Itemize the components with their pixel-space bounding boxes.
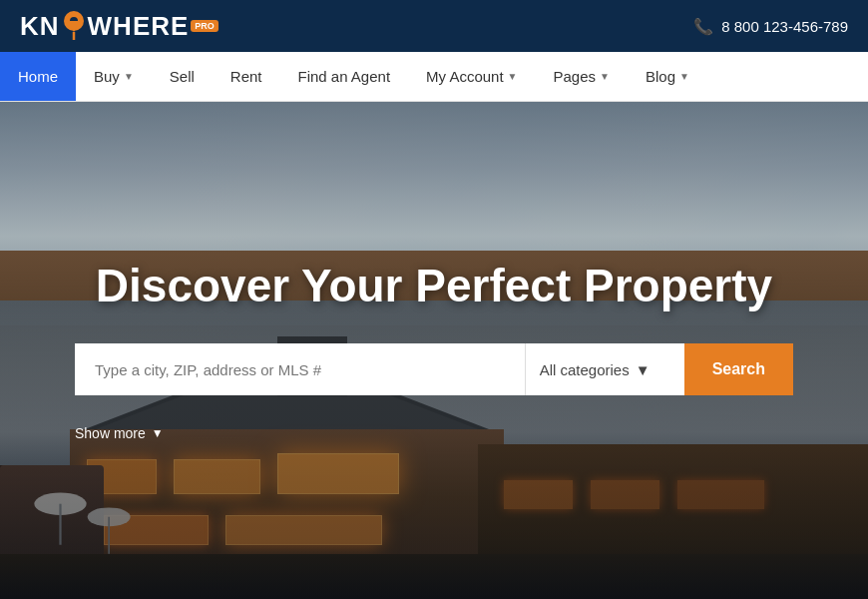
phone-number: 8 800 123-456-789 <box>721 18 848 35</box>
search-button[interactable]: Search <box>684 343 793 395</box>
category-chevron-icon: ▼ <box>636 361 651 378</box>
account-chevron-icon: ▼ <box>508 71 518 82</box>
hero-section: Discover Your Perfect Property All categ… <box>0 102 868 599</box>
nav-sell[interactable]: Sell <box>152 52 213 101</box>
show-more-label: Show more <box>75 425 146 441</box>
show-more-chevron-icon: ▼ <box>152 426 164 440</box>
blog-chevron-icon: ▼ <box>679 71 689 82</box>
nav-rent[interactable]: Rent <box>213 52 280 101</box>
nav-bar: Home Buy ▼ Sell Rent Find an Agent My Ac… <box>0 52 868 102</box>
hero-content: Discover Your Perfect Property All categ… <box>0 102 868 599</box>
top-bar: KN WHERE PRO 📞 8 800 123-456-789 <box>0 0 868 52</box>
nav-my-account[interactable]: My Account ▼ <box>408 52 535 101</box>
category-label: All categories <box>540 361 630 378</box>
logo-pro-badge: PRO <box>191 20 218 32</box>
logo-where-text: WHERE <box>88 11 190 42</box>
nav-pages[interactable]: Pages ▼ <box>536 52 628 101</box>
nav-home[interactable]: Home <box>0 52 76 101</box>
search-bar: All categories ▼ Search <box>75 343 793 395</box>
buy-chevron-icon: ▼ <box>124 71 134 82</box>
nav-buy[interactable]: Buy ▼ <box>76 52 152 101</box>
hero-title: Discover Your Perfect Property <box>96 260 772 312</box>
phone-display: 📞 8 800 123-456-789 <box>693 17 848 36</box>
nav-blog[interactable]: Blog ▼ <box>628 52 707 101</box>
category-select-wrapper[interactable]: All categories ▼ <box>525 343 684 395</box>
show-more-toggle[interactable]: Show more ▼ <box>75 425 793 441</box>
logo-kn-text: KN <box>20 11 60 42</box>
logo-pin-icon <box>60 8 88 44</box>
phone-icon: 📞 <box>693 17 713 36</box>
pages-chevron-icon: ▼ <box>600 71 610 82</box>
search-input[interactable] <box>75 343 525 395</box>
nav-find-agent[interactable]: Find an Agent <box>279 52 408 101</box>
logo[interactable]: KN WHERE PRO <box>20 8 218 44</box>
